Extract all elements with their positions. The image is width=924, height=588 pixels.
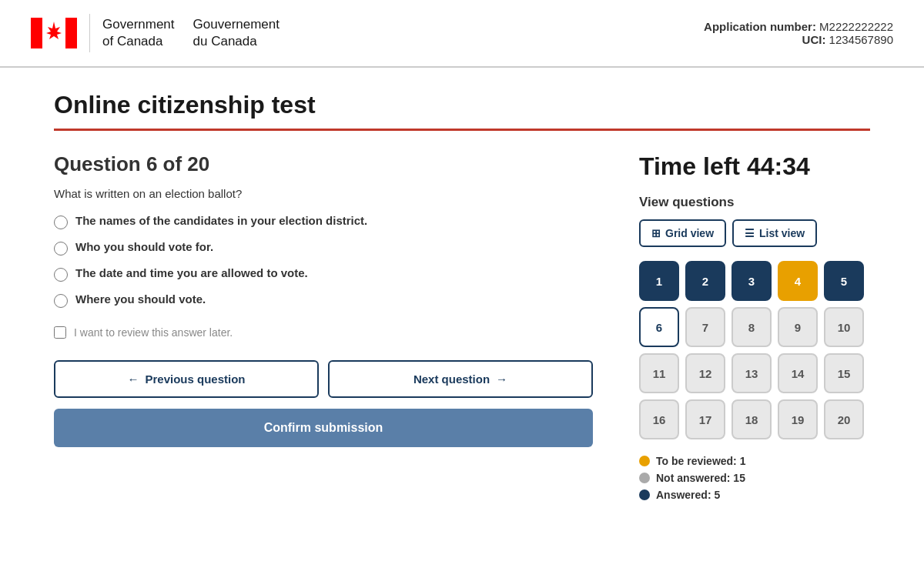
option-4-label: Where you should vote. [75,292,206,306]
view-questions-label: View questions [639,195,870,210]
question-button-7[interactable]: 7 [685,307,725,347]
list-view-button[interactable]: ☰ List view [732,219,817,247]
review-checkbox-label: I want to review this answer later. [74,326,233,339]
prev-question-button[interactable]: ← Previous question [54,360,319,398]
question-button-6[interactable]: 6 [639,307,679,347]
header-divider [89,14,90,52]
header-application-info: Application number: M2222222222 UCI: 123… [704,20,893,46]
legend: To be reviewed: 1 Not answered: 15 Answe… [639,455,870,501]
nav-buttons: ← Previous question Next question → [54,360,593,398]
question-button-2[interactable]: 2 [685,261,725,301]
content-area: Question 6 of 20 What is written on an e… [54,152,870,506]
answered-legend-label: Answered: 5 [656,489,720,501]
option-1[interactable]: The names of the candidates in your elec… [54,214,593,229]
option-2-radio[interactable] [54,242,68,256]
gov-name-en: Government of Canada [102,16,175,50]
question-button-14[interactable]: 14 [778,353,818,393]
next-arrow-icon: → [496,373,507,386]
grid-view-button[interactable]: ⊞ Grid view [639,219,726,247]
question-button-13[interactable]: 13 [732,353,772,393]
option-1-radio[interactable] [54,215,68,229]
right-panel: Time left 44:34 View questions ⊞ Grid vi… [639,152,870,506]
question-text: What is written on an election ballot? [54,187,593,200]
question-heading: Question 6 of 20 [54,152,593,176]
question-button-10[interactable]: 10 [824,307,864,347]
page-header: Government of Canada Gouvernement du Can… [0,0,924,68]
option-2[interactable]: Who you should vote for. [54,240,593,256]
grid-view-label: Grid view [665,227,714,239]
legend-not-answered: Not answered: 15 [639,472,870,484]
question-button-16[interactable]: 16 [639,399,679,439]
grid-icon: ⊞ [651,227,661,239]
header-left: Government of Canada Gouvernement du Can… [31,14,280,52]
svg-rect-1 [65,18,77,48]
prev-arrow-icon: ← [127,373,139,386]
not-answered-dot-icon [639,473,650,483]
question-button-4[interactable]: 4 [778,261,818,301]
legend-review: To be reviewed: 1 [639,455,870,467]
prev-button-label: Previous question [145,373,245,386]
svg-rect-0 [31,18,42,48]
review-legend-label: To be reviewed: 1 [656,455,745,467]
question-button-20[interactable]: 20 [824,399,864,439]
page-title: Online citizenship test [54,91,870,119]
question-button-18[interactable]: 18 [732,399,772,439]
question-button-15[interactable]: 15 [824,353,864,393]
list-icon: ☰ [745,227,755,239]
application-number: Application number: M2222222222 [704,20,893,33]
gov-name-fr: Gouvernement du Canada [187,16,280,50]
not-answered-legend-label: Not answered: 15 [656,472,745,484]
next-question-button[interactable]: Next question → [328,360,593,398]
question-button-1[interactable]: 1 [639,261,679,301]
review-checkbox-area[interactable]: I want to review this answer later. [54,326,593,339]
option-4[interactable]: Where you should vote. [54,292,593,308]
option-3-label: The date and time you are allowed to vot… [75,266,308,279]
canada-flag-icon [31,18,77,48]
uci-number: UCI: 1234567890 [704,33,893,46]
question-button-12[interactable]: 12 [685,353,725,393]
review-checkbox[interactable] [54,326,66,339]
next-button-label: Next question [413,373,490,386]
main-content: Online citizenship test Question 6 of 20… [23,68,901,529]
answered-dot-icon [639,489,650,500]
question-button-19[interactable]: 19 [778,399,818,439]
question-button-3[interactable]: 3 [732,261,772,301]
option-3-radio[interactable] [54,268,68,282]
option-1-label: The names of the candidates in your elec… [75,214,367,227]
question-button-8[interactable]: 8 [732,307,772,347]
option-3[interactable]: The date and time you are allowed to vot… [54,266,593,282]
list-view-label: List view [759,227,805,239]
question-button-5[interactable]: 5 [824,261,864,301]
question-button-9[interactable]: 9 [778,307,818,347]
confirm-submission-button[interactable]: Confirm submission [54,409,593,447]
timer-display: Time left 44:34 [639,152,870,181]
option-2-label: Who you should vote for. [75,240,213,253]
option-4-radio[interactable] [54,294,68,308]
title-divider [54,129,870,131]
question-button-11[interactable]: 11 [639,353,679,393]
left-panel: Question 6 of 20 What is written on an e… [54,152,593,506]
review-dot-icon [639,456,650,466]
options-list: The names of the candidates in your elec… [54,214,593,308]
view-toggle: ⊞ Grid view ☰ List view [639,219,870,247]
legend-answered: Answered: 5 [639,489,870,501]
question-button-17[interactable]: 17 [685,399,725,439]
question-grid: 1234567891011121314151617181920 [639,261,870,439]
